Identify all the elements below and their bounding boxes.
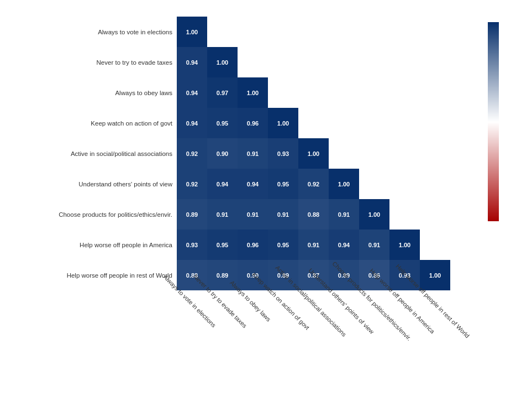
row-label: Active in social/political associations: [6, 138, 177, 169]
heatmap-cell: 0.91: [329, 199, 359, 230]
heatmap-cell: 0.95: [207, 108, 238, 138]
heatmap-cell: [420, 138, 450, 169]
matrix-row: 0.930.950.960.950.910.940.911.00: [177, 230, 450, 260]
heatmap-cell: [389, 108, 420, 138]
heatmap-cell: [359, 138, 389, 169]
row-labels: Always to vote in electionsNever to try …: [6, 17, 177, 326]
col-labels-area: Always to vote in electionsNever to try …: [177, 296, 450, 412]
heatmap-cell: 1.00: [329, 169, 359, 199]
heatmap-cell: [359, 77, 389, 108]
heatmap-cell: [298, 47, 329, 77]
heatmap-cell: 0.92: [177, 169, 207, 199]
row-label: Always to vote in elections: [6, 17, 177, 47]
col-label-wrapper: Help worse off people in rest of World: [420, 296, 450, 412]
heatmap-cell: [238, 47, 268, 77]
row-label: Help worse off people in America: [6, 230, 177, 260]
heatmap-cell: [359, 17, 389, 47]
matrix-row: 0.940.971.00: [177, 77, 450, 108]
heatmap-cell: [359, 108, 389, 138]
heatmap-cell: 0.91: [359, 230, 389, 260]
heatmap-cell: [268, 47, 298, 77]
heatmap-cell: 0.89: [177, 199, 207, 230]
heatmap-cell: [268, 17, 298, 47]
heatmap-cell: 1.00: [177, 17, 207, 47]
heatmap-cell: [420, 169, 450, 199]
heatmap-cell: [298, 17, 329, 47]
heatmap-cell: [329, 138, 359, 169]
heatmap-cell: 0.95: [268, 230, 298, 260]
row-label: Keep watch on action of govt: [6, 108, 177, 138]
row-label: Choose products for politics/ethics/envi…: [6, 199, 177, 230]
heatmap-cell: 1.00: [389, 230, 420, 260]
heatmap-cell: 0.93: [268, 138, 298, 169]
heatmap-cell: [268, 77, 298, 108]
heatmap-cell: [329, 77, 359, 108]
heatmap-cell: 0.96: [238, 230, 268, 260]
legend: [488, 22, 521, 243]
heatmap-cell: 0.91: [238, 138, 268, 169]
heatmap-cell: 0.92: [177, 138, 207, 169]
heatmap-cell: 0.95: [207, 230, 238, 260]
heatmap-cell: [389, 77, 420, 108]
heatmap-cell: [389, 17, 420, 47]
heatmap-cell: 0.94: [177, 47, 207, 77]
heatmap-cell: [359, 169, 389, 199]
row-label: Understand others' points of view: [6, 169, 177, 199]
heatmap-cell: 0.91: [298, 230, 329, 260]
heatmap-cell: [389, 138, 420, 169]
heatmap-cell: 0.93: [177, 230, 207, 260]
matrix-row: 1.00: [177, 17, 450, 47]
heatmap-cell: 1.00: [298, 138, 329, 169]
heatmap-cell: [420, 47, 450, 77]
heatmap-cell: 0.90: [207, 138, 238, 169]
heatmap-cell: 0.95: [268, 169, 298, 199]
heatmap-cell: 0.92: [298, 169, 329, 199]
heatmap-cell: 0.88: [298, 199, 329, 230]
matrix-row: 0.920.900.910.931.00: [177, 138, 450, 169]
heatmap-cell: 1.00: [268, 108, 298, 138]
heatmap-cell: 0.91: [268, 199, 298, 230]
heatmap-cell: [420, 17, 450, 47]
heatmap-area: Always to vote in electionsNever to try …: [6, 17, 459, 326]
heatmap-cell: [389, 199, 420, 230]
heatmap-cell: 0.94: [177, 108, 207, 138]
heatmap-cell: [389, 169, 420, 199]
matrix-row: 0.941.00: [177, 47, 450, 77]
matrix-grid: 1.000.941.000.940.971.000.940.950.961.00…: [177, 17, 450, 290]
heatmap-cell: [420, 77, 450, 108]
heatmap-cell: 1.00: [238, 77, 268, 108]
matrix-row: 0.890.910.910.910.880.911.00: [177, 199, 450, 230]
heatmap-cell: [359, 47, 389, 77]
heatmap-cell: 0.94: [329, 230, 359, 260]
heatmap-cell: 0.94: [207, 169, 238, 199]
heatmap-cell: 0.94: [177, 77, 207, 108]
heatmap-cell: [207, 17, 238, 47]
heatmap-cell: [420, 230, 450, 260]
heatmap-cell: [238, 17, 268, 47]
heatmap-cell: [420, 108, 450, 138]
heatmap-cell: [329, 17, 359, 47]
heatmap-cell: [298, 77, 329, 108]
row-label: Help worse off people in rest of World: [6, 260, 177, 290]
heatmap-cell: [420, 199, 450, 230]
chart-container: Always to vote in electionsNever to try …: [0, 0, 532, 417]
heatmap-cell: 1.00: [420, 260, 450, 290]
heatmap-cell: [389, 47, 420, 77]
legend-gradient: [488, 22, 499, 221]
heatmap-cell: [298, 108, 329, 138]
heatmap-cell: [329, 108, 359, 138]
row-label: Never to try to evade taxes: [6, 47, 177, 77]
heatmap-cell: 0.97: [207, 77, 238, 108]
heatmap-cell: 0.91: [207, 199, 238, 230]
heatmap-cell: 0.96: [238, 108, 268, 138]
heatmap-cell: 1.00: [207, 47, 238, 77]
heatmap-cell: 1.00: [359, 199, 389, 230]
row-label: Always to obey laws: [6, 77, 177, 108]
matrix-row: 0.940.950.961.00: [177, 108, 450, 138]
matrix-row: 0.920.940.940.950.921.00: [177, 169, 450, 199]
heatmap-cell: [329, 47, 359, 77]
heatmap-cell: 0.91: [238, 199, 268, 230]
heatmap-cell: 0.94: [238, 169, 268, 199]
